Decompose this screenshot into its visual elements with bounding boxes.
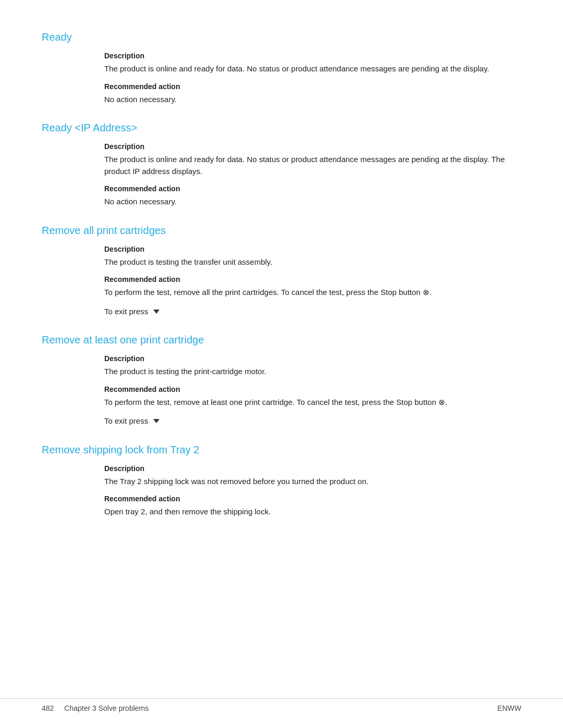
description-label-remove-all-cartridges: Description xyxy=(104,245,521,253)
section-ready: ReadyDescriptionThe product is online an… xyxy=(42,31,521,105)
action-label-remove-shipping-lock: Recommended action xyxy=(104,495,521,503)
section-ready-ip: Ready <IP Address>DescriptionThe product… xyxy=(42,122,521,208)
description-text-remove-one-cartridge: The product is testing the print-cartrid… xyxy=(104,366,521,378)
section-body-ready-ip: DescriptionThe product is online and rea… xyxy=(42,142,521,208)
footer: 482 Chapter 3 Solve problems ENWW xyxy=(0,698,563,712)
action-text-remove-all-cartridges: To perform the test, remove all the prin… xyxy=(104,287,521,299)
exit-row-remove-all-cartridges: To exit press xyxy=(104,306,521,318)
section-body-ready: DescriptionThe product is online and rea… xyxy=(42,52,521,105)
action-label-remove-all-cartridges: Recommended action xyxy=(104,275,521,283)
description-label-remove-shipping-lock: Description xyxy=(104,464,521,473)
description-text-ready-ip: The product is online and ready for data… xyxy=(104,154,521,177)
description-label-ready-ip: Description xyxy=(104,142,521,151)
action-text-ready: No action necessary. xyxy=(104,94,521,106)
section-body-remove-all-cartridges: DescriptionThe product is testing the tr… xyxy=(42,245,521,318)
action-text-remove-one-cartridge: To perform the test, remove at least one… xyxy=(104,397,521,409)
footer-page-number: 482 xyxy=(42,704,54,712)
action-label-ready-ip: Recommended action xyxy=(104,184,521,193)
action-label-remove-one-cartridge: Recommended action xyxy=(104,385,521,393)
description-text-remove-all-cartridges: The product is testing the transfer unit… xyxy=(104,256,521,268)
description-label-remove-one-cartridge: Description xyxy=(104,354,521,363)
exit-row-remove-one-cartridge: To exit press xyxy=(104,415,521,427)
footer-left: 482 Chapter 3 Solve problems xyxy=(42,704,149,712)
section-title-remove-one-cartridge: Remove at least one print cartridge xyxy=(42,334,521,346)
section-title-ready-ip: Ready <IP Address> xyxy=(42,122,521,134)
description-text-remove-shipping-lock: The Tray 2 shipping lock was not removed… xyxy=(104,476,521,488)
section-title-remove-shipping-lock: Remove shipping lock from Tray 2 xyxy=(42,444,521,456)
down-arrow-icon-remove-all-cartridges xyxy=(153,310,160,314)
section-remove-shipping-lock: Remove shipping lock from Tray 2Descript… xyxy=(42,444,521,518)
footer-region: ENWW xyxy=(497,704,521,712)
action-text-remove-shipping-lock: Open tray 2, and then remove the shippin… xyxy=(104,506,521,518)
section-body-remove-one-cartridge: DescriptionThe product is testing the pr… xyxy=(42,354,521,427)
description-label-ready: Description xyxy=(104,52,521,60)
page-content: ReadyDescriptionThe product is online an… xyxy=(0,0,563,576)
section-remove-all-cartridges: Remove all print cartridgesDescriptionTh… xyxy=(42,225,521,318)
section-remove-one-cartridge: Remove at least one print cartridgeDescr… xyxy=(42,334,521,427)
footer-chapter: Chapter 3 Solve problems xyxy=(64,704,149,712)
action-text-ready-ip: No action necessary. xyxy=(104,196,521,208)
exit-label-remove-all-cartridges: To exit press xyxy=(104,306,148,318)
action-label-ready: Recommended action xyxy=(104,82,521,91)
section-title-ready: Ready xyxy=(42,31,521,43)
section-body-remove-shipping-lock: DescriptionThe Tray 2 shipping lock was … xyxy=(42,464,521,518)
exit-label-remove-one-cartridge: To exit press xyxy=(104,415,148,427)
description-text-ready: The product is online and ready for data… xyxy=(104,63,521,75)
section-title-remove-all-cartridges: Remove all print cartridges xyxy=(42,225,521,237)
down-arrow-icon-remove-one-cartridge xyxy=(153,419,160,423)
